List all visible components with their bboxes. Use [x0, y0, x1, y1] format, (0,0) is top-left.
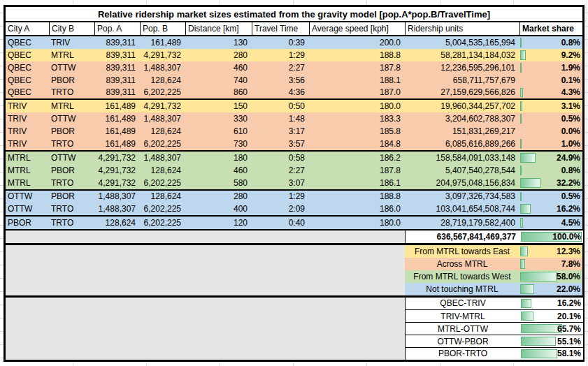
cell-city-b[interactable]: OTTW [49, 112, 94, 125]
cell-travel-time[interactable]: 2:09 [252, 203, 309, 215]
cell-ridership[interactable]: 204,975,048,156,834 [405, 177, 519, 189]
cell-pop-a[interactable]: 4,291,732 [94, 152, 140, 164]
cell-ridership[interactable]: 103,041,654,508,744 [405, 203, 519, 215]
cell-avg-speed[interactable]: 186.1 [309, 177, 405, 189]
cell-ridership[interactable]: 12,236,595,296,101 [405, 61, 519, 74]
cell-pop-b[interactable]: 128,624 [140, 125, 185, 138]
table-row[interactable]: TRIVPBOR161,489128,6246103:17185.8151,83… [6, 125, 582, 138]
cell-pop-a[interactable]: 161,489 [94, 138, 140, 150]
cell-ridership[interactable]: 158,584,091,033,148 [405, 152, 519, 164]
cell-ridership[interactable]: 3,204,602,788,307 [405, 112, 519, 125]
cell-pop-b[interactable]: 1,488,307 [140, 152, 185, 164]
cell-city-b[interactable]: OTTW [49, 152, 94, 164]
cell-market-share[interactable]: 12.3% [519, 245, 582, 258]
cell-market-share[interactable]: 20.1% [520, 310, 583, 322]
cell-ridership[interactable]: 6,085,616,889,266 [405, 138, 519, 150]
cell-city-a[interactable]: TRIV [6, 125, 49, 138]
cell-avg-speed[interactable]: 187.8 [309, 164, 405, 177]
corridor-label[interactable]: MTRL-OTTW [406, 323, 520, 335]
cell-pop-a[interactable]: 4,291,732 [94, 164, 140, 177]
cell-pop-b[interactable]: 6,202,225 [140, 138, 185, 150]
cell-market-share[interactable]: 65.7% [520, 323, 583, 335]
column-header-city-b[interactable]: City B [49, 22, 94, 35]
cell-distance[interactable]: 740 [185, 74, 252, 87]
table-row[interactable]: MTRLPBOR4,291,732128,6244602:27187.85,40… [6, 164, 582, 177]
cell-ridership[interactable]: 27,159,629,566,826 [405, 87, 519, 99]
table-row[interactable]: OTTWTRTO1,488,3076,202,2254002:09186.010… [6, 203, 582, 217]
cell-market-share[interactable]: 58.0% [519, 270, 582, 283]
column-header-pop-a[interactable]: Pop. A [94, 22, 140, 35]
cell-pop-b[interactable]: 128,624 [140, 191, 185, 203]
cell-market-share[interactable]: 7.8% [519, 258, 582, 270]
corridor-label[interactable]: OTTW-PBOR [406, 335, 520, 347]
cell-city-b[interactable]: PBOR [49, 191, 94, 203]
cell-pop-b[interactable]: 4,291,732 [140, 100, 185, 112]
cell-travel-time[interactable]: 1:48 [252, 112, 309, 125]
cell-travel-time[interactable]: 2:27 [252, 61, 309, 74]
cell-travel-time[interactable]: 2:27 [252, 164, 309, 177]
table-row[interactable]: OTTWPBOR1,488,307128,6242801:29188.83,09… [6, 191, 582, 203]
cell-city-b[interactable]: TRTO [49, 177, 94, 189]
cell-pop-a[interactable]: 839,311 [94, 49, 140, 61]
cell-avg-speed[interactable]: 184.8 [309, 138, 405, 150]
summary-label[interactable]: Not touching MTRL [405, 283, 519, 295]
column-header-avg-speed[interactable]: Average speed [kph] [309, 22, 405, 35]
cell-travel-time[interactable]: 3:57 [252, 138, 309, 150]
cell-avg-speed[interactable]: 200.0 [309, 36, 405, 49]
cell-avg-speed[interactable]: 188.8 [309, 49, 405, 61]
cell-pop-a[interactable]: 1,488,307 [94, 191, 140, 203]
cell-market-share[interactable]: 0.1% [519, 74, 582, 87]
cell-distance[interactable]: 860 [185, 87, 252, 99]
cell-travel-time[interactable]: 3:56 [252, 74, 309, 87]
cell-avg-speed[interactable]: 185.8 [309, 125, 405, 138]
cell-market-share[interactable]: 16.2% [520, 298, 583, 310]
cell-pop-a[interactable]: 839,311 [94, 36, 140, 49]
cell-distance[interactable]: 180 [185, 152, 252, 164]
column-header-distance[interactable]: Distance [km] [185, 22, 252, 35]
cell-city-b[interactable]: TRTO [49, 87, 94, 99]
cell-ridership[interactable]: 19,960,344,257,702 [405, 100, 519, 112]
cell-pop-a[interactable]: 161,489 [94, 100, 140, 112]
corridor-label[interactable]: TRIV-MTRL [406, 310, 520, 322]
cell-distance[interactable]: 280 [185, 191, 252, 203]
table-title[interactable]: Relative ridership market sizes estimate… [6, 7, 582, 22]
corridor-label[interactable]: PBOR-TRTO [406, 348, 520, 360]
cell-travel-time[interactable]: 3:07 [252, 177, 309, 189]
cell-travel-time[interactable]: 0:40 [252, 217, 309, 229]
cell-travel-time[interactable]: 0:58 [252, 152, 309, 164]
summary-label[interactable]: From MTRL towards West [405, 270, 519, 283]
table-row[interactable]: TRIVOTTW161,4891,488,3073301:48183.33,20… [6, 112, 582, 125]
cell-market-share[interactable]: 4.5% [519, 217, 582, 229]
cell-avg-speed[interactable]: 180.0 [309, 100, 405, 112]
cell-avg-speed[interactable]: 187.8 [309, 61, 405, 74]
cell-city-a[interactable]: MTRL [6, 177, 49, 189]
cell-pop-b[interactable]: 6,202,225 [140, 87, 185, 99]
cell-ridership[interactable]: 658,711,757,679 [405, 74, 519, 87]
cell-distance[interactable]: 580 [185, 177, 252, 189]
cell-city-a[interactable]: OTTW [6, 203, 49, 215]
cell-avg-speed[interactable]: 183.3 [309, 112, 405, 125]
table-row[interactable]: QBECPBOR839,311128,6247403:56188.1658,71… [6, 74, 582, 87]
cell-market-share[interactable]: 0.8% [519, 36, 582, 49]
cell-avg-speed[interactable]: 188.8 [309, 191, 405, 203]
cell-pop-b[interactable]: 1,488,307 [140, 61, 185, 74]
summary-label[interactable]: From MTRL towards East [405, 245, 519, 258]
cell-distance[interactable]: 610 [185, 125, 252, 138]
cell-city-a[interactable]: PBOR [6, 217, 49, 229]
cell-avg-speed[interactable]: 180.0 [309, 217, 405, 229]
cell-market-share[interactable]: 22.0% [519, 283, 582, 295]
cell-city-b[interactable]: MTRL [49, 49, 94, 61]
cell-market-share[interactable]: 32.2% [519, 177, 582, 189]
cell-avg-speed[interactable]: 186.0 [309, 203, 405, 215]
table-row[interactable]: QBECTRIV839,311161,4891300:39200.05,004,… [6, 36, 582, 49]
cell-ridership[interactable]: 5,407,540,278,544 [405, 164, 519, 177]
cell-ridership[interactable]: 58,281,134,184,032 [405, 49, 519, 61]
cell-city-b[interactable]: TRTO [49, 203, 94, 215]
cell-market-share[interactable]: 4.3% [519, 87, 582, 99]
cell-city-b[interactable]: TRTO [49, 138, 94, 150]
cell-pop-b[interactable]: 161,489 [140, 36, 185, 49]
cell-pop-a[interactable]: 1,488,307 [94, 203, 140, 215]
column-header-pop-b[interactable]: Pop. B [140, 22, 185, 35]
table-row[interactable]: QBECTRTO839,3116,202,2258604:36187.027,1… [6, 87, 582, 101]
cell-distance[interactable]: 130 [185, 36, 252, 49]
